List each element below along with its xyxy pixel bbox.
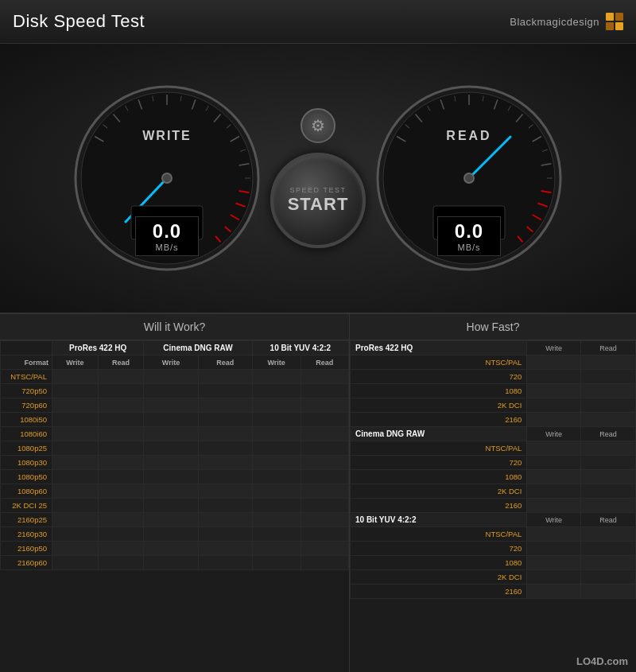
right-read-cell [580,398,635,413]
right-table-row: 1080 [351,384,636,398]
right-write-cell [527,556,581,570]
data-cell [198,513,252,527]
app-title: Disk Speed Test [13,11,145,32]
cinema-write-header: Write [144,355,199,370]
right-read-cell [580,470,635,484]
data-cell [198,527,252,542]
right-format-label: 1080 [351,470,527,484]
right-table-row: 1080 [351,470,636,484]
right-write-cell [527,527,581,542]
data-cell [144,427,199,441]
format-label: 2K DCI 25 [1,499,52,513]
data-cell [144,527,199,542]
data-cell [301,513,348,527]
right-table-row: 2K DCI [351,484,636,499]
data-cell [144,456,199,470]
right-read-cell [580,585,635,599]
right-read-cell [580,384,635,398]
left-table-header-groups: ProRes 422 HQ Cinema DNG RAW 10 Bit YUV … [1,341,349,355]
svg-text:WRITE: WRITE [142,129,192,142]
data-cell [301,556,348,570]
right-format-label: 1080 [351,556,527,570]
right-section-label: ProRes 422 HQ [351,341,527,355]
data-cell [198,398,252,413]
right-format-label: 2K DCI [351,570,527,585]
data-cell [301,384,348,398]
data-cell [98,398,143,413]
prores-read-header: Read [98,355,143,370]
data-cell [52,542,99,556]
write-unit: MB/s [144,243,190,252]
left-table-row: 1080i60 [1,427,349,441]
right-table-row: 720 [351,542,636,556]
write-readout: 0.0 MB/s [135,216,199,256]
data-cell [198,499,252,513]
bmd-logo-text: Blackmagicdesign [510,16,599,28]
right-read-cell [580,527,635,542]
format-label: 2160p50 [1,542,52,556]
right-read-cell [580,570,635,585]
data-cell [98,413,143,427]
data-cell [198,456,252,470]
left-table-row: 2160p25 [1,513,349,527]
data-cell [144,556,199,570]
write-gauge: WRITE 0.0 MB/s [72,83,262,274]
speed-test-label: SPEED TEST [290,186,347,194]
left-table-row: NTSC/PAL [1,370,349,384]
right-read-cell [580,542,635,556]
data-cell [52,499,99,513]
data-cell [52,427,99,441]
data-cell [52,370,99,384]
right-table-row: 2K DCI [351,398,636,413]
right-write-cell [527,441,581,456]
data-cell [198,413,252,427]
data-cell [98,556,143,570]
right-read-cell [580,556,635,570]
right-write-cell [527,355,581,370]
read-readout: 0.0 MB/s [437,216,501,256]
right-table-row: NTSC/PAL [351,441,636,456]
gauges-section: WRITE 0.0 MB/s ⚙ SPEED TEST START [0,44,636,314]
bmd-sq-3 [606,22,614,30]
right-read-cell [580,456,635,470]
right-write-cell [527,384,581,398]
data-cell [52,513,99,527]
right-write-cell [527,484,581,499]
gear-button[interactable]: ⚙ [301,108,335,143]
title-bar: Disk Speed Test Blackmagicdesign [0,0,636,44]
format-label: 720p50 [1,384,52,398]
read-value: 0.0 [446,220,492,243]
yuv-read-header: Read [301,355,348,370]
right-read-col: Read [580,341,635,355]
yuv-header: 10 Bit YUV 4:2:2 [252,341,348,355]
data-cell [98,513,143,527]
data-cell [301,441,348,456]
svg-point-25 [162,173,172,183]
data-cell [301,456,348,470]
data-cell [252,398,301,413]
right-format-label: 720 [351,370,527,384]
right-panel-title: How Fast? [350,314,636,340]
data-cell [52,384,99,398]
data-cell [198,484,252,499]
format-label: 1080p30 [1,456,52,470]
right-table-row: 2160 [351,585,636,599]
start-button[interactable]: SPEED TEST START [270,153,366,248]
right-panel: How Fast? ProRes 422 HQ Write Read NTSC/… [350,314,636,672]
data-cell [252,384,301,398]
left-panel: Will it Work? ProRes 422 HQ Cinema DNG R… [0,314,350,672]
data-cell [144,384,199,398]
right-table-row: 2160 [351,413,636,427]
data-cell [52,456,99,470]
right-read-cell [580,499,635,513]
left-table-row: 1080p60 [1,484,349,499]
right-section-label: 10 Bit YUV 4:2:2 [351,513,527,527]
data-cell [98,484,143,499]
right-write-cell [527,370,581,384]
right-read-col: Read [580,427,635,441]
right-read-cell [580,355,635,370]
watermark: LO4D.com [576,655,628,667]
format-label: 2160p25 [1,513,52,527]
left-table-row: 2160p30 [1,527,349,542]
right-format-label: 2160 [351,413,527,427]
